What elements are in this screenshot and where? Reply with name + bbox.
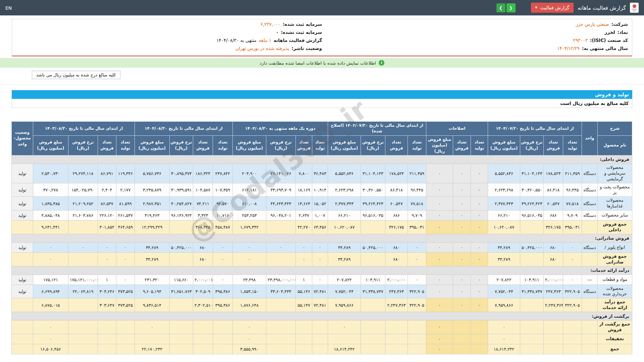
- table-row: انواع پلوپز /دستگاه۰۶۸۰۵۰,۴۲۵,۰۰۰۳۴,۲۸۹۰…: [11, 242, 632, 252]
- section-subtitle-amounts: کلیه مبالغ به میلیون ریال است: [12, 99, 632, 108]
- value-cell: ۴,۸۸۵,۰۴۸: [33, 210, 68, 221]
- row-name-cell: محصولات پخت و پز: [598, 183, 632, 197]
- value-cell: ۴۰۱,۸۵۲: [98, 221, 116, 234]
- report-type-button[interactable]: گزارش فعالیت ▼: [531, 3, 574, 13]
- status-cell: [11, 252, 33, 266]
- value-cell: [453, 320, 471, 334]
- value-cell: ۰: [453, 221, 471, 234]
- value-cell: ۱۷۸,۵۲۴: [385, 164, 408, 183]
- row-name-cell: تخفیفات: [598, 334, 632, 344]
- value-cell: ۴۵۸,۴۸۷: [213, 221, 232, 234]
- value-cell: ۶۸۰: [544, 242, 563, 252]
- info-row: شرکت:صنعتي پارس خزر: [322, 21, 628, 29]
- page-title: گزارش فعالیت ماهانه: [578, 5, 626, 11]
- column-header: اصلاحات: [426, 122, 488, 136]
- value-cell: ۳۲۶,۱۷۵: [385, 221, 408, 234]
- column-header: تعداد تولید: [471, 135, 488, 155]
- value-cell: ۰: [426, 275, 453, 285]
- value-cell: [312, 334, 328, 344]
- production-sales-table: شرحواحداز ابتدای سال مالی تا تاریخ ۱۴۰۴/…: [11, 121, 632, 354]
- value-cell: ۰: [296, 242, 312, 252]
- value-cell: ۲۹,۲۷۴,۱۱۸: [68, 164, 98, 183]
- value-cell: ۲,۰۰۰,۰۰۰: [385, 275, 408, 285]
- value-cell: [385, 344, 408, 354]
- value-cell: ۰: [426, 252, 453, 266]
- info-value: ۲۹۳۰۰۳: [573, 38, 588, 43]
- value-cell: [135, 334, 169, 344]
- value-cell: ۶۸۰: [193, 252, 213, 266]
- value-cell: ۹,۸۳۶,۵۱۴: [135, 298, 169, 312]
- value-cell: ۰: [453, 252, 471, 266]
- value-cell: ۳۳,۶۰۴,۴۳۳: [266, 285, 296, 298]
- value-cell: [520, 298, 544, 312]
- value-cell: ۵۵,۱۴۶: [296, 285, 312, 298]
- value-cell: ۳۴,۲۸۹: [488, 252, 520, 266]
- next-period-button[interactable]: ❯: [506, 3, 516, 12]
- value-cell: ۹,۶۰۵,۱۹۴: [135, 285, 169, 298]
- language-toggle[interactable]: EN: [5, 5, 12, 11]
- status-cell: تولید: [11, 285, 33, 298]
- value-cell: ۳,۳۲۳: [193, 210, 213, 221]
- value-cell: ۲,۳۷۷,۳۴۳: [328, 197, 361, 210]
- section-row: درآمد ارائه خدمات:: [11, 266, 632, 275]
- value-cell: ۳۱,۷۵۱,۷۶۳: [169, 285, 193, 298]
- value-cell: ۰: [471, 197, 488, 210]
- unit-cell: دستگاه: [582, 210, 598, 221]
- value-cell: ۰: [453, 197, 471, 210]
- navbar-right-group: گزارش فعالیت ماهانه گزارش فعالیت ▼ ❮ ❯: [496, 3, 639, 13]
- value-cell: ۰: [296, 252, 312, 266]
- value-cell: ۱۷۵,۱۲۱: [33, 275, 68, 285]
- previous-period-button[interactable]: ❮: [496, 3, 505, 12]
- unit-cell: [582, 221, 598, 234]
- sales-table-wrap: @Codal360_ir شرحواحداز ابتدای سال مالی ت…: [12, 121, 632, 354]
- value-cell: ۶۸۶: [544, 210, 563, 221]
- section-row: فروش صادراتی:: [11, 234, 632, 242]
- column-header: از ابتدای سال مالی تا تاریخ ۱۴۰۳/۰۸/۳۰: [33, 122, 135, 136]
- value-cell: ۹,۷۰۹: [408, 210, 426, 221]
- value-cell: ۱۰,۶۲۰,۰۸۷: [328, 221, 361, 234]
- value-cell: ۴۲,۲۷۰: [296, 221, 312, 234]
- value-cell: ۳۲۲,۹۰۵: [408, 285, 426, 298]
- value-cell: ۳۳,۶۹۳,۷۰۹: [266, 183, 296, 197]
- status-cell: تولید: [11, 164, 33, 183]
- unit-cell: [582, 320, 598, 334]
- value-cell: ۲۵۳,۲۵۳: [232, 210, 266, 221]
- status-cell: [11, 334, 33, 344]
- value-cell: ۰: [408, 252, 426, 266]
- value-cell: ۳۴,۲۸۹: [328, 252, 361, 266]
- value-cell: ۰: [471, 252, 488, 266]
- value-cell: ۰: [426, 210, 453, 221]
- status-cell: [11, 344, 33, 354]
- value-cell: [453, 344, 471, 354]
- column-header: مبلغ فروش (میلیون ریال): [488, 135, 520, 155]
- column-header: از ابتدای سال مالی تا تاریخ ۱۴۰۴/۰۷/۳۰ (…: [328, 122, 426, 136]
- unit-cell: [582, 252, 598, 266]
- value-cell: ۱۱۵,۶۶۰: [169, 275, 193, 285]
- value-cell: ۹,۶۳۱,۴۴۱: [33, 221, 68, 234]
- status-cell: تولید: [11, 183, 33, 197]
- value-cell: ۰: [232, 242, 266, 252]
- value-cell: [193, 334, 213, 344]
- value-cell: ۹,۷۰۹: [563, 210, 582, 221]
- table-row: جمع۱۸,۶۱۴,۲۴۲۰۱۸,۶۱۴,۲۴۲۳,۵۵۵,۹۹۰۲۲,۱۷۰,…: [11, 344, 632, 354]
- unit-cell: [582, 298, 598, 312]
- value-cell: ۳۲۲,۹۰۵: [563, 285, 582, 298]
- value-cell: ۷,۷۵۲,۰۴۴: [328, 285, 361, 298]
- value-cell: [98, 334, 116, 344]
- value-cell: ۰: [453, 275, 471, 285]
- value-cell: ۳,۵۵۵,۹۹۰: [232, 344, 266, 354]
- value-cell: ۹۶,۴۴۵: [563, 183, 582, 197]
- chevron-right-icon: ❯: [509, 5, 513, 10]
- info-value: صنعتي پارس خزر: [576, 21, 609, 27]
- column-header: تعداد تولید: [312, 135, 328, 155]
- value-cell: [361, 252, 385, 266]
- status-cell: تولید: [11, 210, 33, 221]
- value-cell: [266, 252, 296, 266]
- row-name-cell: جمع برگشت از فروش: [598, 320, 632, 334]
- value-cell: ۰: [312, 252, 328, 266]
- value-cell: ۰: [488, 334, 520, 344]
- value-cell: ۰: [33, 242, 68, 252]
- value-cell: ۴۴,۶۴۳,۴۴۳: [266, 197, 296, 210]
- table-row: محصولات پخت و پزدستگاه۹۶,۴۴۵۸۶,۴۱۸۳۰,۳۶۰…: [11, 183, 632, 197]
- unit-cell: ---: [582, 275, 598, 285]
